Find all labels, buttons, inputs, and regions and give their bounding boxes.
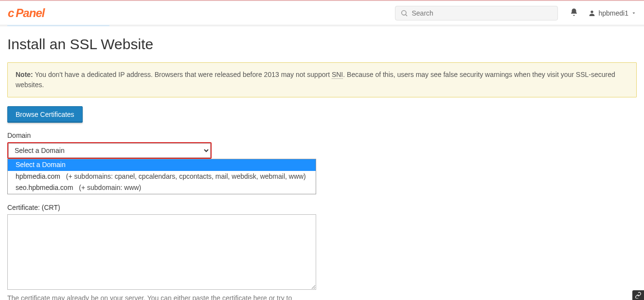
cert-label: Certificate: (CRT) [7,204,637,211]
logo-c [8,6,14,20]
search-input[interactable] [412,9,553,17]
svg-line-1 [406,15,407,16]
domain-dropdown: Select a Domain hpbmedia.com(+ subdomain… [7,159,316,194]
domain-option-label: hpbmedia.com [16,172,60,180]
svg-point-2 [590,10,593,13]
user-menu[interactable]: hpbmedi1 [588,9,637,17]
logo[interactable]: Panel [8,6,44,20]
cert-hint: The certificate may already be on your s… [7,294,316,300]
alert-prefix: Note: [16,71,33,78]
domain-option-1[interactable]: hpbmedia.com(+ subdomains: cpanel, cpcal… [8,171,316,183]
domain-select-wrap: Select a Domain Select a Domain hpbmedia… [7,142,212,159]
notifications-icon[interactable] [570,8,578,18]
search-icon [400,9,408,17]
svg-point-0 [401,10,406,15]
domain-option-extra: (+ subdomains: cpanel, cpcalendars, cpco… [66,172,306,180]
domain-option-placeholder[interactable]: Select a Domain [8,159,316,171]
domain-option-extra: (+ subdomain: www) [79,184,141,191]
search-box[interactable] [395,6,558,20]
domain-option-2[interactable]: seo.hpbmedia.com(+ subdomain: www) [8,182,316,194]
logo-text: Panel [16,6,44,20]
footer-link-icon[interactable] [632,290,644,300]
alert-sni: SNI [332,71,343,79]
cert-group: Certificate: (CRT) The certificate may a… [7,204,637,300]
tab-strip [0,25,644,26]
domain-option-label: Select a Domain [16,161,66,169]
username: hpbmedi1 [599,9,629,17]
chevron-down-icon [631,11,636,16]
cert-textarea[interactable] [7,214,316,290]
domain-group: Domain Select a Domain Select a Domain h… [7,131,637,159]
domain-select[interactable]: Select a Domain [8,143,211,158]
tab-active-indicator [7,25,109,26]
alert-body-1: You don't have a dedicated IP address. B… [33,71,332,78]
domain-option-label: seo.hpbmedia.com [16,184,73,191]
page-title: Install an SSL Website [7,36,637,53]
browse-certificates-button[interactable]: Browse Certificates [7,106,83,123]
alert-note: Note: You don't have a dedicated IP addr… [7,62,637,97]
domain-label: Domain [7,131,637,139]
header: Panel hpbmedi1 [0,1,644,25]
user-icon [588,9,596,17]
content: Install an SSL Website Note: You don't h… [0,26,644,300]
